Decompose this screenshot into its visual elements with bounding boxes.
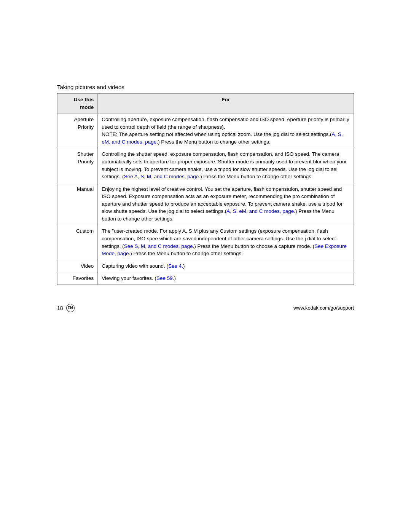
- mode-label-manual: Manual: [57, 183, 98, 225]
- table-header-for: For: [98, 94, 354, 113]
- mode-desc-custom: The "user-created mode. For apply A, S M…: [98, 225, 354, 260]
- table-row: Custom The "user-created mode. For apply…: [57, 225, 354, 260]
- mode-label-video: Video: [57, 260, 98, 272]
- mode-desc-manual: Enjoying the highest level of creative c…: [98, 183, 354, 225]
- language-badge: EN: [66, 304, 75, 312]
- section-title: Taking pictures and videos: [57, 84, 354, 90]
- page-footer: 18 EN www.kodak.com/go/support: [57, 300, 354, 316]
- link-video-page[interactable]: See 4.: [168, 263, 183, 269]
- mode-desc-favorites: Viewing your favorites. (See 59.): [98, 272, 354, 285]
- table-header-mode: Use this mode: [57, 94, 98, 113]
- link-favorites-page[interactable]: See 59.: [156, 275, 174, 281]
- link-custom-modes[interactable]: See S, M, and C modes, page: [124, 243, 193, 249]
- footer-website: www.kodak.com/go/support: [293, 305, 354, 311]
- mode-desc-shutter: Controlling the shutter speed, exposure …: [98, 148, 354, 183]
- table-row: Video Capturing video with sound. (See 4…: [57, 260, 354, 272]
- mode-label-favorites: Favorites: [57, 272, 98, 285]
- link-shutter-modes[interactable]: See A, S, M, and C modes, page: [124, 174, 199, 179]
- table-row: ShutterPriority Controlling the shutter …: [57, 148, 354, 183]
- mode-desc-aperture: Controlling aperture, exposure compensat…: [98, 113, 354, 148]
- mode-desc-video: Capturing video with sound. (See 4.): [98, 260, 354, 272]
- table-row: AperturePriority Controlling aperture, e…: [57, 113, 354, 148]
- mode-label-aperture: AperturePriority: [57, 113, 98, 148]
- footer-left: 18 EN: [57, 304, 75, 312]
- table-row: Manual Enjoying the highest level of cre…: [57, 183, 354, 225]
- link-manual-modes[interactable]: A, S, eM, and C modes, page: [226, 208, 294, 214]
- mode-label-custom: Custom: [57, 225, 98, 260]
- link-aperture-modes[interactable]: A, S, eM, and C modes, page: [102, 131, 343, 145]
- table-row: Favorites Viewing your favorites. (See 5…: [57, 272, 354, 285]
- modes-table: Use this mode For AperturePriority Contr…: [57, 93, 354, 285]
- page-number: 18: [57, 305, 63, 311]
- mode-label-shutter: ShutterPriority: [57, 148, 98, 183]
